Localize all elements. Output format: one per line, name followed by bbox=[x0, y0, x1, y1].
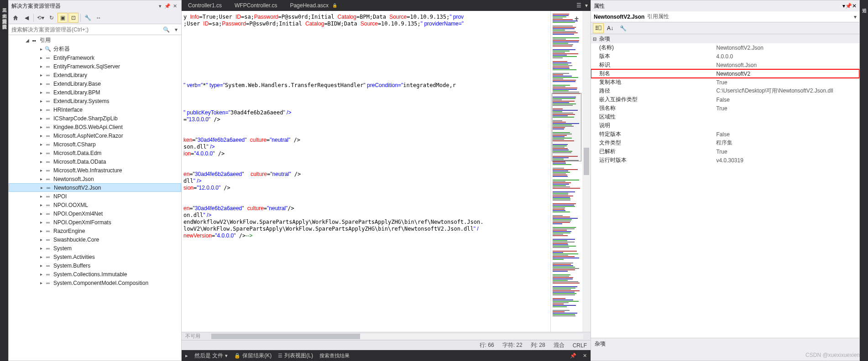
tab-overflow-icon[interactable]: ☰ bbox=[576, 2, 581, 9]
find-search[interactable]: 搜索查找结果 bbox=[319, 352, 350, 359]
property-row[interactable]: 别名NewtonsoftV2 bbox=[591, 69, 859, 78]
show-all-icon[interactable]: ▣ bbox=[58, 13, 68, 23]
dock-tab-solution[interactable]: 解决方案资源管理器 bbox=[1, 13, 7, 18]
preview-icon[interactable]: ↔ bbox=[94, 13, 104, 23]
property-value[interactable]: True bbox=[714, 105, 859, 112]
category-row[interactable]: ⊟ 杂项 bbox=[591, 34, 859, 43]
minimap-viewport[interactable] bbox=[552, 93, 581, 161]
close-icon[interactable]: ✕ bbox=[171, 2, 178, 10]
collapse-category-icon[interactable]: ⊟ bbox=[593, 36, 599, 41]
search-icon[interactable]: 🔍 bbox=[161, 26, 171, 33]
code-editor[interactable]: y Info=True;User ID=sa;Password=P@ssw0rd… bbox=[182, 11, 550, 332]
hscroll-track[interactable] bbox=[211, 334, 583, 339]
tree-item[interactable]: ▸▫▫Swashbuckle.Core bbox=[9, 235, 181, 244]
property-row[interactable]: 标识Newtonsoft.Json bbox=[591, 61, 859, 69]
tree-item[interactable]: ▸▫▫RazorEngine bbox=[9, 227, 181, 235]
tree-item[interactable]: ▸▫▫Newtonsoft.Json bbox=[9, 175, 181, 183]
property-row[interactable]: 特定版本False bbox=[591, 130, 859, 139]
object-dropdown-icon[interactable]: ▾ bbox=[854, 14, 857, 20]
tree-item[interactable]: ▸▫▫System.Activities bbox=[9, 253, 181, 261]
scrollbar-thumb[interactable] bbox=[584, 148, 589, 175]
property-value[interactable]: 4.0.0.0 bbox=[714, 53, 859, 60]
property-row[interactable]: (名称)NewtonsoftV2.Json bbox=[591, 43, 859, 52]
property-value[interactable]: False bbox=[714, 97, 859, 103]
properties-icon[interactable]: 🔧 bbox=[83, 13, 93, 23]
properties-object-selector[interactable]: NewtonsoftV2.Json 引用属性 ▾ bbox=[591, 11, 859, 22]
tab-pagehead[interactable]: PageHead.ascx bbox=[283, 0, 344, 11]
tree-item[interactable]: ▸▫▫System.Collections.Immutable bbox=[9, 270, 181, 278]
property-row[interactable]: 强名称True bbox=[591, 104, 859, 113]
alphabetical-icon[interactable]: A↓ bbox=[605, 23, 616, 33]
property-value[interactable]: NewtonsoftV2 bbox=[714, 71, 859, 77]
pin-icon[interactable]: 📌 bbox=[164, 2, 171, 10]
tree-item[interactable]: ▸▫▫ExtendLibrary.BPM bbox=[9, 88, 181, 97]
tree-item[interactable]: ▸▫▫ICSharpCode.SharpZipLib bbox=[9, 114, 181, 123]
tree-item[interactable]: ▸▫▫HRInterface bbox=[9, 105, 181, 114]
solution-tree[interactable]: ◢▪▪引用▸🔍分析器▸▫▫EntityFramework▸▫▫EntityFra… bbox=[9, 35, 181, 361]
property-value[interactable]: C:\Users\cf\Desktop\可用\NewtonsoftV2.Json… bbox=[714, 87, 859, 95]
find-pin-icon[interactable]: 📌 bbox=[570, 353, 576, 359]
tree-item[interactable]: ▸▫▫ExtendLibrary.Systems bbox=[9, 97, 181, 105]
property-value[interactable]: 程序集 bbox=[714, 139, 859, 147]
categorized-icon[interactable] bbox=[593, 23, 604, 33]
refresh-icon[interactable]: ↻ bbox=[47, 13, 57, 23]
home-icon[interactable] bbox=[10, 13, 21, 23]
tree-item[interactable]: ▸▫▫System.ComponentModel.Composition bbox=[9, 278, 181, 287]
tree-item[interactable]: ▸▫▫EntityFramework bbox=[9, 53, 181, 62]
property-value[interactable]: Newtonsoft.Json bbox=[714, 62, 859, 68]
tab-dropdown-icon[interactable]: ▾ bbox=[585, 2, 588, 9]
property-row[interactable]: 复制本地True bbox=[591, 78, 859, 87]
tree-root-references[interactable]: ◢▪▪引用 bbox=[9, 36, 181, 45]
dock-tab-notifications[interactable]: 通知 bbox=[861, 2, 867, 7]
tree-item[interactable]: ▸▫▫Microsoft.Web.Infrastructure bbox=[9, 166, 181, 175]
property-row[interactable]: 区域性 bbox=[591, 113, 859, 121]
tree-item[interactable]: ▸▫▫ExtendLibrary.Base bbox=[9, 79, 181, 88]
tree-item[interactable]: ▸▫▫Microsoft.AspNetCore.Razor bbox=[9, 131, 181, 140]
dock-tab-outline[interactable]: 文档大纲 bbox=[1, 7, 7, 13]
search-dropdown-icon[interactable]: ▾ bbox=[171, 26, 181, 33]
add-icon[interactable]: + bbox=[575, 15, 579, 23]
tree-item[interactable]: ▸▫▫EntityFramework.SqlServer bbox=[9, 62, 181, 71]
search-input[interactable] bbox=[9, 26, 161, 33]
dock-tab-toolbox[interactable]: 工具箱 bbox=[1, 2, 7, 7]
props-wrench-icon[interactable]: 🔧 bbox=[617, 23, 628, 33]
tree-item[interactable]: ▸▫▫NPOI.OpenXml4Net bbox=[9, 209, 181, 218]
property-row[interactable]: 文件类型程序集 bbox=[591, 139, 859, 147]
property-row[interactable]: 路径C:\Users\cf\Desktop\可用\NewtonsoftV2.Js… bbox=[591, 87, 859, 95]
property-value[interactable]: True bbox=[714, 79, 859, 86]
property-row[interactable]: 版本4.0.0.0 bbox=[591, 52, 859, 61]
property-row[interactable]: 说明 bbox=[591, 121, 859, 130]
tab-wfpcontroller[interactable]: WFPController.cs bbox=[228, 0, 283, 11]
property-value[interactable]: v4.0.30319 bbox=[714, 157, 859, 164]
property-row[interactable]: 嵌入互操作类型False bbox=[591, 95, 859, 104]
find-chevron-icon[interactable]: ▸ bbox=[185, 353, 188, 359]
find-keep[interactable]: 🔒 保留结果(K) bbox=[234, 352, 272, 360]
tree-item[interactable]: ▸▫▫Microsoft.CSharp bbox=[9, 140, 181, 149]
dropdown-icon[interactable]: ▾ bbox=[157, 2, 164, 10]
vertical-scrollbar[interactable] bbox=[582, 11, 591, 332]
sync-icon[interactable]: ⟲▾ bbox=[36, 13, 46, 23]
find-close-icon[interactable]: ✕ bbox=[583, 353, 587, 359]
collapse-icon[interactable]: ⊡ bbox=[68, 13, 78, 23]
tree-item[interactable]: ▸▫▫NPOI.OpenXmlFormats bbox=[9, 218, 181, 227]
dock-tab-team[interactable]: 团队资源管理器 bbox=[1, 18, 7, 24]
tree-item[interactable]: ▸▫▫Microsoft.Data.Edm bbox=[9, 149, 181, 157]
property-value[interactable]: False bbox=[714, 131, 859, 138]
tree-item[interactable]: ▸▫▫Kingdee.BOS.WebApi.Client bbox=[9, 123, 181, 131]
tree-item[interactable]: ▸▫▫ExtendLibrary bbox=[9, 71, 181, 79]
tree-item[interactable]: ▸▫▫System.Buffers bbox=[9, 261, 181, 270]
tree-item[interactable]: ▸▫▫Microsoft.Data.OData bbox=[9, 157, 181, 166]
back-icon[interactable]: ◀ bbox=[21, 13, 31, 23]
minimap[interactable]: + bbox=[550, 11, 582, 332]
props-pin-icon[interactable]: 📌 bbox=[845, 3, 852, 9]
props-close-icon[interactable]: ✕ bbox=[852, 3, 857, 9]
tree-item[interactable]: ▸🔍分析器 bbox=[9, 45, 181, 53]
hscroll-thumb[interactable] bbox=[211, 334, 360, 339]
property-row[interactable]: 已解析True bbox=[591, 147, 859, 156]
property-value[interactable]: True bbox=[714, 149, 859, 155]
tree-item[interactable]: ▸▫▫System bbox=[9, 244, 181, 253]
tree-item[interactable]: ▸▫▫NewtonsoftV2.Json bbox=[9, 183, 181, 192]
tree-item[interactable]: ▸▫▫NPOI.OOXML bbox=[9, 201, 181, 209]
find-scope[interactable]: 然后是 文件 ▾ bbox=[194, 352, 228, 360]
property-row[interactable]: 运行时版本v4.0.30319 bbox=[591, 156, 859, 165]
